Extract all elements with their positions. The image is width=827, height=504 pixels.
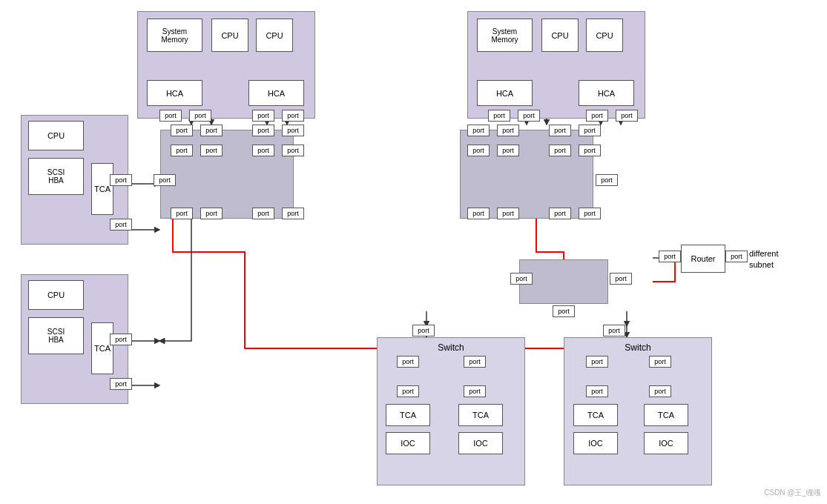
port-msw-tr-i3: port [549,145,571,156]
port-mss-b: port [553,305,575,317]
different-subnet-label: different subnet [749,248,779,271]
port-msw-tr-t4: port [579,125,601,136]
port-brs-t1: port [586,356,608,368]
ioc-bls-2: IOC [458,432,503,454]
tca-bls-1: TCA [386,404,430,426]
port-msw-tl-l1: port [154,174,176,186]
scsi-hba-left-lower: SCSIHBA [28,317,84,354]
port-msw-tl-b2: port [200,208,223,219]
cpu-left-upper: CPU [28,121,84,150]
hca-top-right-2: HCA [579,80,634,106]
port-tca-lu-2: port [110,219,132,231]
port-msw-tr-t3: port [549,125,571,136]
router: Router [681,245,725,273]
port-msw-tl-i2: port [200,145,223,156]
port-bls-r2: port [464,385,486,397]
port-msw-tr-b4: port [579,208,601,219]
port-mss-l: port [510,273,533,285]
cpu-top-right-1: CPU [541,19,579,52]
ioc-bls-1: IOC [386,432,430,454]
port-msw-tr-t1: port [467,125,490,136]
port-msw-tl-t3: port [252,125,274,136]
port-hca-tl-1a: port [159,110,182,122]
port-msw-tr-i2: port [497,145,519,156]
port-msw-tl-i3: port [252,145,274,156]
port-tca-lu-1: port [110,174,132,186]
port-bls-t1: port [397,356,419,368]
main-switch-top-right [460,130,593,219]
port-msw-tr-i1: port [467,145,490,156]
port-msw-tl-b3: port [252,208,274,219]
cpu-left-lower: CPU [28,280,84,310]
port-brs-r1: port [586,385,608,397]
watermark: CSDN @王_嘎嘎 [764,488,821,498]
port-bls-r1: port [397,385,419,397]
port-tca-ll-1: port [110,334,132,345]
tca-brs-1: TCA [573,404,618,426]
port-bls-t2: port [464,356,486,368]
system-memory-top-left: System Memory [147,19,202,52]
port-hca-tl-2a: port [252,110,274,122]
tca-brs-2: TCA [644,404,688,426]
port-bls-above: port [412,325,435,336]
hca-top-right-1: HCA [477,80,533,106]
diagram: System Memory CPU CPU HCA HCA port port … [0,0,827,504]
tca-left-upper: TCA [91,163,113,215]
port-msw-tl-t2: port [200,125,223,136]
hca-top-left-2: HCA [248,80,304,106]
port-brs-r2: port [649,385,671,397]
ioc-brs-1: IOC [573,432,618,454]
port-mss-r: port [610,273,632,285]
port-msw-tr-b2: port [497,208,519,219]
port-msw-tl-b1: port [171,208,193,219]
port-router-r: port [725,251,748,262]
port-msw-tr-r1: port [596,174,618,186]
middle-small-switch [519,259,608,304]
port-hca-tr-2a: port [586,110,608,122]
port-msw-tr-b1: port [467,208,490,219]
port-router-l: port [659,251,681,262]
port-msw-tr-b3: port [549,208,571,219]
port-msw-tl-b4: port [282,208,304,219]
port-hca-tr-1a: port [488,110,510,122]
port-msw-tr-t2: port [497,125,519,136]
scsi-hba-left-upper: SCSIHBA [28,158,84,195]
port-msw-tl-i1: port [171,145,193,156]
port-msw-tr-i4: port [579,145,601,156]
system-memory-top-right: System Memory [477,19,533,52]
port-msw-tl-t4: port [282,125,304,136]
cpu-top-right-2: CPU [586,19,623,52]
tca-left-lower: TCA [91,322,113,374]
port-hca-tr-1b: port [518,110,540,122]
port-hca-tl-2b: port [282,110,304,122]
port-tca-ll-2: port [110,378,132,390]
hca-top-left-1: HCA [147,80,202,106]
cpu-top-left-2: CPU [256,19,293,52]
tca-bls-2: TCA [458,404,503,426]
port-msw-tl-t1: port [171,125,193,136]
main-switch-top-left [160,130,294,219]
cpu-top-left-1: CPU [211,19,248,52]
port-hca-tl-1b: port [189,110,211,122]
port-brs-t2: port [649,356,671,368]
ioc-brs-2: IOC [644,432,688,454]
port-brs-above: port [603,325,625,336]
port-msw-tl-i4: port [282,145,304,156]
port-hca-tr-2b: port [616,110,638,122]
